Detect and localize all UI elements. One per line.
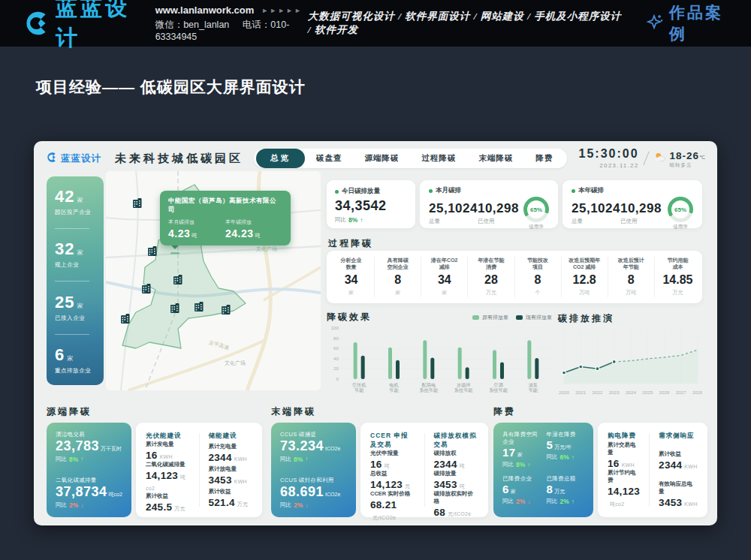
detail-column-header: CCER 申报及交易 bbox=[370, 432, 415, 450]
today-emission-card: 今日碳排放量 34,3542 同比 8% bbox=[327, 180, 415, 228]
compare-label: 同比 bbox=[280, 501, 291, 509]
detail-row-label: 碳排放权实时价格 bbox=[434, 490, 479, 505]
process-stat-label: 分析企业 数量 bbox=[341, 257, 362, 271]
compare-label: 同比 bbox=[56, 456, 67, 463]
detail-row: 累计发电量 16KWH bbox=[146, 441, 190, 461]
park-stat-unit: 家 bbox=[77, 303, 83, 309]
tooltip-month-value: 4.23 bbox=[168, 227, 190, 239]
month-total-value: 25,1024 bbox=[429, 202, 478, 215]
detail-row: 累计收益 245.5万元 bbox=[146, 492, 190, 513]
detail-row-label: 累计收益 bbox=[146, 492, 190, 500]
x-tick-label: 2026 bbox=[659, 390, 670, 395]
map-panel[interactable]: 京平高速文化广场龙腾世纪文化广场 中能国宏（葫芦岛）高新技术有限公司 本月碳排放… bbox=[106, 171, 321, 390]
bar-current bbox=[396, 360, 400, 379]
park-stat-label: 规上企业 bbox=[55, 261, 95, 269]
y-tick-label: 0 bbox=[336, 376, 339, 381]
detail-row-unit: 吨co2 bbox=[146, 474, 185, 491]
gradient-stat-label: 已降费总额 bbox=[547, 475, 585, 483]
process-stat-unit: 万吨 bbox=[626, 289, 636, 297]
compare-value: 2% bbox=[69, 501, 78, 509]
tab-总览[interactable]: 总览 bbox=[256, 149, 305, 168]
tab-源端降碳[interactable]: 源端降碳 bbox=[354, 149, 411, 168]
gradient-stat-value: 17 bbox=[502, 446, 516, 459]
detail-row: 碳排放权实时价格 68元/tCO2e bbox=[434, 490, 479, 518]
park-stat-value: 25家 bbox=[55, 294, 95, 311]
sun-cloud-icon bbox=[653, 152, 667, 166]
detail-row-label: 二氧化碳减排量 bbox=[146, 461, 190, 468]
usage-rate-value: 65% bbox=[527, 200, 545, 218]
terminal-reduction-section: 末端降碳 CCUS 碳捕捉 73.234tCO2e 同比 8% CCUS 碳封存… bbox=[271, 405, 488, 517]
gradient-stat: CCUS 碳捕捉 73.234tCO2e 同比 8% bbox=[280, 431, 347, 463]
bar-original bbox=[493, 350, 496, 379]
weather-widget: 18-26℃ 晴转多云 bbox=[653, 149, 705, 168]
park-stats-panel: 42家 园区投产企业32家 规上企业25家 已接入企业6家 重点排放企业 bbox=[47, 176, 104, 385]
process-stat-label: 节能技改 项目 bbox=[527, 257, 548, 271]
weather-desc: 晴转多云 bbox=[670, 163, 705, 168]
bullet-dot-icon bbox=[335, 190, 339, 194]
process-stat-value: 34 bbox=[345, 274, 358, 286]
park-stat-value: 42家 bbox=[55, 188, 95, 205]
compare-value: 8% bbox=[69, 456, 78, 463]
tab-过程降碳[interactable]: 过程降碳 bbox=[411, 149, 468, 168]
data-point bbox=[579, 365, 583, 369]
dashboard-brand[interactable]: 蓝蓝设计 bbox=[46, 152, 101, 166]
divider bbox=[649, 433, 650, 507]
terminal-section-title: 末端降碳 bbox=[271, 405, 488, 418]
gradient-stat: 年潜在降费 5万元/年 同比 6% bbox=[547, 431, 585, 472]
detail-row-value: 2344KWH bbox=[659, 459, 697, 471]
trend-up-icon bbox=[360, 217, 363, 224]
tab-末端降碳[interactable]: 末端降碳 bbox=[468, 149, 525, 168]
park-stat: 32家 规上企业 bbox=[55, 241, 95, 269]
bullet-dot-icon bbox=[429, 189, 433, 193]
process-stat-value: 34 bbox=[438, 274, 451, 286]
detail-column: CCER 申报及交易 光伏申报量 16吨 总收益 14,123元 CCER 实时… bbox=[370, 432, 415, 508]
tooltip-month-label: 本月碳排放 bbox=[168, 218, 225, 226]
detail-row-unit: KWH bbox=[160, 454, 173, 459]
process-stat: 节能技改 项目 8 个 bbox=[515, 257, 562, 297]
line-chart-plot: 202020212022202320242025202620272028 bbox=[558, 325, 702, 403]
park-stat: 42家 园区投产企业 bbox=[55, 188, 95, 216]
bullet-dot-icon bbox=[572, 189, 575, 193]
source-section-title: 源端降碳 bbox=[47, 405, 262, 418]
month-used-label: 已使用 bbox=[478, 218, 523, 225]
bar-category-label: 水循环系统节能 bbox=[454, 382, 474, 393]
detail-row-value: 16KWH bbox=[608, 458, 640, 469]
detail-row-label: 累计收益 bbox=[659, 450, 697, 458]
x-tick-label: 2025 bbox=[642, 390, 653, 395]
detail-row-value: 245.5万元 bbox=[146, 501, 190, 513]
detail-row-unit: 吨co2 bbox=[610, 501, 625, 507]
detail-row-label: 累计交易电量 bbox=[608, 441, 640, 456]
bar-original bbox=[527, 340, 531, 379]
fee-gradient-card: 具有降费空间企业 17家 同比 8% 年潜在降费 5万元/年 同比 6% 已降费… bbox=[493, 423, 593, 517]
divider bbox=[55, 334, 89, 335]
bar-current bbox=[361, 356, 365, 379]
bar-chart-plot: 020406080100空压机节能电机节能配用电系统节能水循环系统节能空调系统节… bbox=[327, 324, 552, 402]
tab-碳盘查[interactable]: 碳盘查 bbox=[305, 149, 354, 168]
compare-label: 同比 bbox=[335, 216, 346, 224]
park-stat-value: 6家 bbox=[55, 347, 95, 363]
clock-date: 2023.11.22 bbox=[579, 162, 639, 169]
portfolio-link[interactable]: 作品案例 bbox=[646, 2, 728, 44]
process-stats-card: 分析企业 数量 34 家具有降碳 空间企业 8 家潜在年CO2 减排 34 家年… bbox=[327, 251, 702, 303]
trend-up-icon bbox=[572, 498, 575, 505]
clock-weather: 15:30:00 2023.11.22 18-26℃ 晴转多云 bbox=[579, 148, 705, 169]
dashboard-nav: 总览碳盘查源端降碳过程降碳末端降碳降费 bbox=[254, 149, 567, 168]
x-tick-label: 2028 bbox=[692, 390, 702, 395]
detail-row-value: 3453KWH bbox=[209, 474, 253, 486]
gradient-stat: 已降费企业 6家 同比 2% bbox=[502, 475, 541, 509]
tab-降费[interactable]: 降费 bbox=[525, 149, 565, 168]
detail-row-unit: KWH bbox=[684, 464, 697, 469]
detail-row-value: 16KWH bbox=[146, 450, 190, 461]
detail-row-value: 14,123吨co2 bbox=[146, 470, 190, 492]
site-url[interactable]: www.lanlanwork.com bbox=[155, 5, 255, 16]
detail-row-label: 累计收益 bbox=[209, 488, 253, 495]
gradient-stat-unit: 万元/年 bbox=[554, 444, 572, 450]
trend-up-icon bbox=[527, 462, 530, 468]
detail-row-value: 3453吨 bbox=[434, 479, 479, 490]
compare-label: 同比 bbox=[547, 453, 558, 461]
terminal-detail-card: CCER 申报及交易 光伏申报量 16吨 总收益 14,123元 CCER 实时… bbox=[360, 423, 488, 517]
year-total-value: 25,1024 bbox=[572, 202, 620, 215]
detail-row: 累计放电量 3453KWH bbox=[209, 465, 253, 486]
site-brand[interactable]: 蓝蓝设计 bbox=[23, 0, 137, 53]
year-total-label: 总量 bbox=[572, 218, 620, 225]
